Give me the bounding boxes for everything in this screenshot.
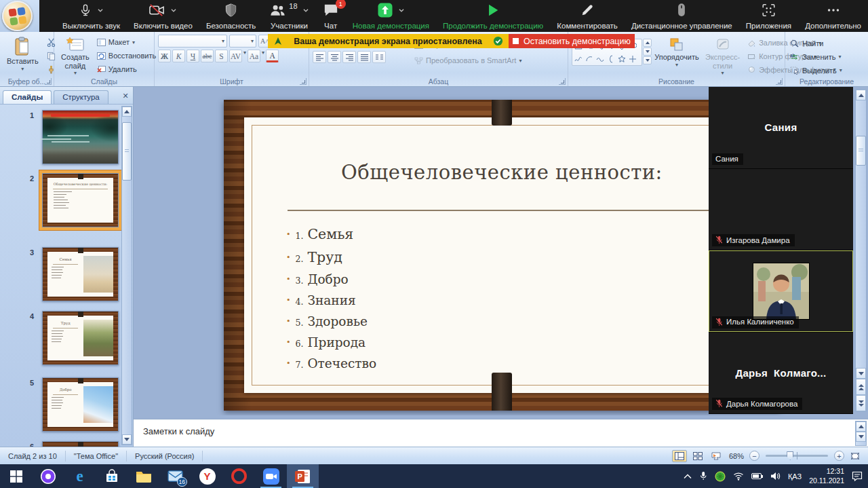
close-panel-icon[interactable]: ✕ — [121, 91, 130, 100]
notes-pane[interactable]: Заметки к слайду — [134, 419, 868, 447]
scroll-up-icon[interactable] — [856, 90, 866, 100]
taskbar-app-start[interactable] — [0, 464, 32, 488]
chevron-down-icon[interactable] — [97, 8, 104, 13]
paragraph-dialog-launcher[interactable] — [559, 78, 566, 85]
shape-glyph-icon[interactable] — [585, 55, 593, 63]
shape-glyph-icon[interactable] — [618, 55, 626, 63]
chevron-down-icon[interactable] — [398, 8, 405, 13]
slide-thumbnail-2[interactable]: Общечеловеческие ценности: — [42, 173, 119, 227]
quick-styles-button[interactable]: Экспресс-стили ▾ — [702, 35, 743, 75]
shapes-scroll-down[interactable] — [643, 48, 652, 56]
action-center-icon[interactable] — [852, 471, 863, 481]
taskbar-app-yandex[interactable]: Y — [191, 464, 223, 488]
scroll-down-icon[interactable] — [856, 368, 866, 379]
theme-name[interactable]: "Тема Office" — [66, 451, 127, 462]
view-slideshow-button[interactable] — [709, 450, 724, 462]
clipboard-dialog-launcher[interactable] — [45, 78, 52, 85]
view-normal-button[interactable] — [672, 450, 687, 462]
editor-scrollbar[interactable] — [855, 89, 867, 412]
taskbar-app-opera[interactable] — [223, 464, 255, 488]
align-right-button[interactable] — [342, 51, 356, 63]
chevron-down-icon[interactable] — [170, 8, 177, 13]
zoom-toolbar-security[interactable]: Безопасность — [206, 1, 256, 31]
shape-glyph-icon[interactable] — [607, 55, 615, 63]
scroll-down-icon[interactable] — [122, 434, 132, 445]
layout-button[interactable]: Макет▾ — [96, 36, 157, 48]
drawing-dialog-launcher[interactable] — [776, 78, 783, 85]
scroll-up-icon[interactable] — [856, 421, 866, 432]
participant-tile[interactable]: СанияСания — [709, 87, 853, 169]
taskbar-app-powerpoint[interactable]: P — [287, 464, 319, 488]
tray-antivirus-icon[interactable] — [715, 471, 726, 482]
view-sorter-button[interactable] — [690, 450, 705, 462]
taskbar-app-zoom[interactable] — [255, 464, 287, 488]
tray-volume-icon[interactable] — [770, 472, 781, 481]
slide-thumbnail-6[interactable] — [42, 441, 119, 447]
taskbar-app-mail[interactable]: 16 — [159, 464, 191, 488]
tray-battery-icon[interactable] — [751, 472, 763, 480]
shape-glyph-icon[interactable] — [629, 55, 637, 63]
shapes-gallery-expand[interactable] — [643, 56, 652, 64]
tray-expand-icon[interactable] — [684, 474, 692, 479]
fit-to-window-button[interactable] — [848, 450, 863, 462]
zoom-toolbar-mute[interactable]: Выключить звук — [62, 1, 120, 31]
reset-slide-button[interactable]: Восстановить — [96, 50, 157, 62]
align-center-button[interactable] — [328, 51, 341, 63]
find-button[interactable]: Найти — [789, 38, 844, 48]
scroll-up-icon[interactable] — [122, 107, 132, 117]
font-size-select[interactable]: ▾ — [229, 35, 256, 48]
zoom-toolbar-remote[interactable]: Дистанционное управление — [631, 1, 732, 31]
char-spacing-button[interactable]: AV — [229, 50, 242, 62]
taskbar-app-alisa[interactable] — [32, 464, 64, 488]
font-name-select[interactable]: ▾ — [158, 35, 227, 48]
zoom-toolbar-video[interactable]: Включить видео — [134, 1, 193, 31]
office-button[interactable] — [2, 1, 33, 31]
tray-clock[interactable]: 12:31 20.11.2021 — [809, 467, 844, 485]
zoom-slider-thumb[interactable] — [787, 451, 793, 460]
convert-smartart-button[interactable]: Преобразовать в SmartArt▾ — [413, 54, 523, 67]
participant-tile[interactable]: Дарья Колмаго...Дарья Колмагорова — [709, 333, 853, 415]
bold-button[interactable]: Ж — [158, 50, 171, 62]
align-left-button[interactable] — [313, 51, 326, 63]
zoom-toolbar-more[interactable]: Дополнительно — [805, 1, 861, 31]
new-slide-button[interactable]: Создать слайд ▾ — [58, 35, 93, 75]
shapes-scroll-up[interactable] — [643, 39, 652, 47]
tab-slides[interactable]: Слайды — [3, 90, 52, 104]
taskbar-app-explorer[interactable] — [127, 464, 159, 488]
stop-share-button[interactable]: Остановить демонстрацию — [509, 34, 635, 48]
zoom-toolbar-resume-share[interactable]: Продолжить демонстрацию — [443, 1, 543, 31]
zoom-toolbar-chat[interactable]: 1Чат — [323, 1, 339, 31]
select-button[interactable]: Выделить▾ — [789, 65, 844, 75]
zoom-toolbar-participants[interactable]: 18Участники — [269, 1, 309, 31]
shadow-button[interactable]: S — [215, 50, 228, 62]
slide-thumbnail-5[interactable]: Добро — [42, 377, 119, 432]
columns-button[interactable] — [372, 51, 386, 63]
tray-wifi-icon[interactable] — [733, 472, 744, 481]
zoom-in-button[interactable]: + — [834, 451, 844, 461]
chevron-down-icon[interactable] — [302, 8, 309, 13]
change-case-button[interactable]: Aa — [248, 50, 260, 62]
scroll-down-icon[interactable] — [856, 432, 866, 442]
strikethrough-button[interactable]: abc — [201, 50, 214, 62]
previous-slide-button[interactable] — [856, 379, 866, 395]
tab-outline[interactable]: Структура — [54, 90, 108, 104]
italic-button[interactable]: К — [172, 50, 185, 62]
slide-thumbnail-1[interactable] — [42, 110, 119, 164]
slide-canvas[interactable]: Общечеловеческие ценности: •1.Семья•2.Тр… — [224, 100, 780, 411]
zoom-toolbar-new-share[interactable]: Новая демонстрация — [353, 1, 429, 31]
zoom-toolbar-annotate[interactable]: Комментировать — [557, 1, 618, 31]
taskbar-app-edge[interactable]: e — [64, 464, 96, 488]
delete-slide-button[interactable]: Удалить — [96, 63, 157, 75]
language-indicator[interactable]: Русский (Россия) — [127, 451, 203, 462]
zoom-toolbar-apps[interactable]: Приложения — [746, 1, 791, 31]
slide-thumbnail-3[interactable]: Семья — [42, 247, 119, 301]
next-slide-button[interactable] — [856, 395, 866, 411]
paste-button[interactable]: Вставить ▾ — [3, 35, 42, 75]
replace-button[interactable]: ab Заменить▾ — [789, 52, 844, 62]
shape-glyph-icon[interactable] — [574, 55, 583, 63]
participant-tile[interactable]: Илья Калиниченко — [709, 250, 853, 333]
notes-scrollbar[interactable] — [855, 421, 867, 446]
arrange-button[interactable]: Упорядочить ▾ — [654, 35, 699, 75]
taskbar-app-store[interactable] — [96, 464, 127, 488]
slide-paper[interactable]: Общечеловеческие ценности: •1.Семья•2.Тр… — [244, 117, 760, 393]
